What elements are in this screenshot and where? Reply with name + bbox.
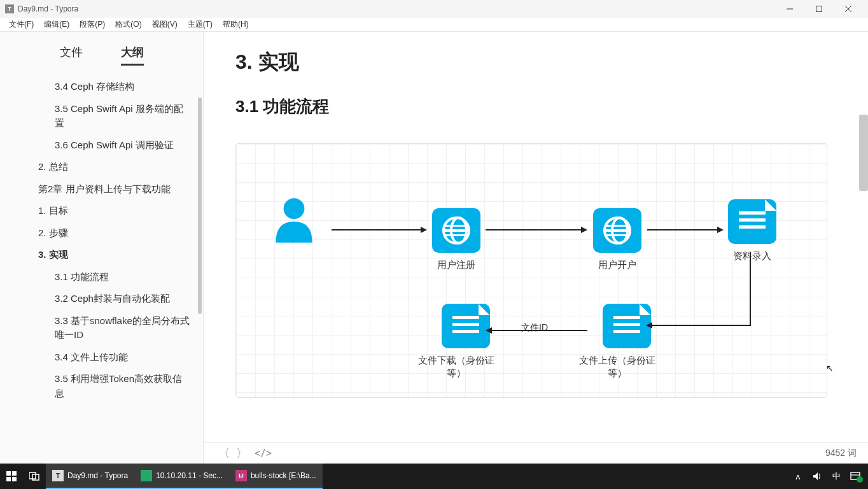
app-icon: T: [5, 4, 14, 13]
word-count[interactable]: 9452 词: [825, 448, 857, 459]
terminal-icon: [141, 470, 152, 481]
taskbar-item-label: bulls-stock [E:\Ba...: [251, 471, 316, 480]
window-titlebar: T Day9.md - Typora: [0, 0, 868, 18]
node-label: 文件上传（身份证等）: [573, 354, 662, 379]
menu-bar: 文件(F) 编辑(E) 段落(P) 格式(O) 视图(V) 主题(T) 帮助(H…: [0, 18, 868, 32]
node-label: 用户注册: [430, 259, 482, 271]
editor-scrollbar-thumb[interactable]: [859, 115, 868, 191]
intellij-icon: IJ: [235, 470, 247, 481]
node-label: 文件下载（身份证等）: [412, 354, 501, 379]
outline-item[interactable]: 3.2 Ceph封装与自动化装配: [0, 288, 203, 310]
svg-marker-11: [646, 322, 652, 329]
svg-marker-13: [486, 327, 492, 334]
status-bar: 〈 〉 </> 9452 词: [204, 442, 868, 464]
task-view-button[interactable]: [23, 464, 46, 489]
minimize-button[interactable]: [775, 0, 804, 18]
menu-help[interactable]: 帮助(H): [218, 18, 254, 31]
outline-item[interactable]: 3.6 Ceph Swift Api 调用验证: [0, 134, 203, 157]
taskbar-item-securecrt[interactable]: 10.10.20.11 - Sec...: [134, 464, 229, 489]
task-view-icon: [29, 471, 39, 481]
globe-icon: [591, 206, 643, 255]
node-register: 用户注册: [430, 206, 482, 271]
taskbar: T Day9.md - Typora 10.10.20.11 - Sec... …: [0, 464, 868, 489]
document-icon: [726, 197, 778, 246]
outline-item[interactable]: 3.5 Ceph Swift Api 服务端的配置: [0, 98, 203, 134]
taskbar-item-label: 10.10.20.11 - Sec...: [156, 471, 223, 480]
outline-item[interactable]: 3.1 功能流程: [0, 266, 203, 288]
svg-marker-8: [581, 227, 587, 233]
taskbar-item-label: Day9.md - Typora: [67, 471, 128, 480]
maximize-button[interactable]: [804, 0, 834, 18]
outline-item[interactable]: 3.5 利用增强Token高效获取信息: [0, 368, 203, 404]
svg-rect-20: [851, 472, 860, 479]
forward-button[interactable]: 〉: [233, 446, 251, 461]
node-label: 用户开户: [591, 259, 643, 271]
heading-1: 3. 实现: [235, 48, 830, 76]
node-download: 文件下载（身份证等）: [430, 302, 501, 379]
menu-edit[interactable]: 编辑(E): [39, 18, 74, 31]
outline-item[interactable]: 2. 步骤: [0, 222, 203, 244]
user-icon: [268, 195, 320, 243]
notifications-icon[interactable]: [850, 471, 860, 481]
outline-list[interactable]: 3.4 Ceph 存储结构 3.5 Ceph Swift Api 服务端的配置 …: [0, 72, 203, 464]
editor-content[interactable]: 3. 实现 3.1 功能流程 用户注册 用户开户: [204, 32, 868, 442]
svg-rect-15: [12, 471, 17, 476]
arrow-label: 文件ID: [521, 322, 548, 334]
window-title: Day9.md - Typora: [18, 4, 775, 13]
flow-diagram: 用户注册 用户开户 资料录入 文件上传（身份证等）: [235, 143, 827, 398]
back-button[interactable]: 〈: [215, 446, 233, 461]
svg-rect-14: [6, 471, 11, 476]
outline-item-active[interactable]: 3. 实现: [0, 244, 203, 266]
outline-item[interactable]: 1. 目标: [0, 200, 203, 222]
menu-paragraph[interactable]: 段落(P): [74, 18, 110, 31]
arrow-icon: [643, 252, 758, 335]
volume-icon[interactable]: [812, 471, 822, 481]
arrow-icon: [332, 227, 427, 233]
menu-file[interactable]: 文件(F): [4, 18, 39, 31]
sidebar-tabs: 文件 大纲: [0, 32, 203, 72]
tab-file[interactable]: 文件: [60, 45, 83, 66]
tray-chevron-icon[interactable]: ʌ: [793, 471, 803, 481]
outline-item[interactable]: 2. 总结: [0, 156, 203, 178]
taskbar-item-typora[interactable]: T Day9.md - Typora: [46, 464, 134, 489]
svg-rect-1: [816, 6, 822, 12]
code-toggle-button[interactable]: </>: [255, 448, 272, 459]
close-button[interactable]: [834, 0, 863, 18]
tab-outline[interactable]: 大纲: [121, 45, 144, 66]
svg-marker-6: [421, 227, 427, 233]
sidebar-scrollbar-thumb[interactable]: [198, 97, 202, 314]
system-tray: ʌ 中: [793, 471, 868, 481]
svg-rect-16: [6, 477, 11, 481]
menu-view[interactable]: 视图(V): [147, 18, 183, 31]
arrow-icon: [647, 227, 724, 233]
document-icon: [440, 302, 492, 350]
outline-item[interactable]: 3.4 Ceph 存储结构: [0, 76, 203, 98]
svg-rect-17: [12, 477, 17, 481]
typora-icon: T: [52, 470, 64, 481]
windows-icon: [6, 471, 17, 481]
menu-format[interactable]: 格式(O): [110, 18, 146, 31]
svg-marker-10: [717, 227, 724, 233]
outline-item[interactable]: 第2章 用户资料上传与下载功能: [0, 178, 203, 201]
globe-icon: [430, 206, 482, 255]
menu-theme[interactable]: 主题(T): [183, 18, 218, 31]
sidebar: 文件 大纲 3.4 Ceph 存储结构 3.5 Ceph Swift Api 服…: [0, 32, 204, 464]
svg-point-4: [284, 198, 305, 219]
heading-2: 3.1 功能流程: [235, 96, 830, 118]
arrow-icon: [486, 227, 587, 233]
outline-item[interactable]: 3.3 基于snowflake的全局分布式唯一ID: [0, 310, 203, 346]
node-user: [268, 195, 320, 247]
ime-indicator[interactable]: 中: [831, 471, 841, 481]
outline-item[interactable]: 3.4 文件上传功能: [0, 346, 203, 369]
start-button[interactable]: [0, 464, 23, 489]
taskbar-item-intellij[interactable]: IJ bulls-stock [E:\Ba...: [229, 464, 323, 489]
node-open-account: 用户开户: [591, 206, 643, 271]
